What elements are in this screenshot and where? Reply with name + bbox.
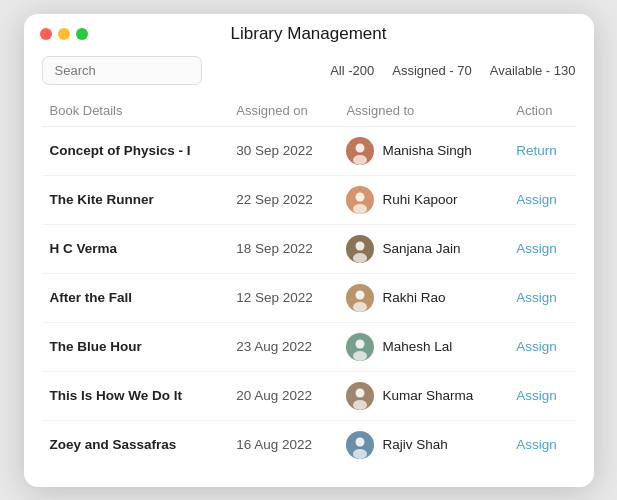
table-row: Zoey and Sassafras 16 Aug 2022 Rajiv Sha… (42, 420, 576, 469)
cell-assignee: Sanjana Jain (338, 224, 508, 273)
book-title-text: Concept of Physics - I (50, 143, 191, 158)
table-row: The Kite Runner 22 Sep 2022 Ruhi Kapoor … (42, 175, 576, 224)
svg-point-11 (353, 302, 367, 312)
titlebar: Library Management (24, 14, 594, 46)
col-book-details: Book Details (42, 93, 229, 127)
cell-book-title: Zoey and Sassafras (42, 420, 229, 469)
cell-book-title: This Is How We Do It (42, 371, 229, 420)
svg-point-1 (356, 143, 365, 152)
book-title-text: This Is How We Do It (50, 388, 183, 403)
avatar (346, 333, 374, 361)
books-table: Book Details Assigned on Assigned to Act… (42, 93, 576, 469)
book-title-text: H C Verma (50, 241, 118, 256)
stat-available: Available - 130 (490, 63, 576, 78)
cell-book-title: The Blue Hour (42, 322, 229, 371)
col-assigned-on: Assigned on (228, 93, 338, 127)
cell-book-title: After the Fall (42, 273, 229, 322)
cell-action[interactable]: Assign (508, 175, 575, 224)
cell-action[interactable]: Assign (508, 224, 575, 273)
book-title-text: The Kite Runner (50, 192, 154, 207)
action-button[interactable]: Assign (516, 339, 557, 354)
table-header-row: Book Details Assigned on Assigned to Act… (42, 93, 576, 127)
svg-point-20 (353, 449, 367, 459)
assignee-cell: Ruhi Kapoor (346, 186, 500, 214)
stats-bar: All -200 Assigned - 70 Available - 130 (330, 63, 575, 78)
cell-assignee: Rajiv Shah (338, 420, 508, 469)
cell-assignee: Kumar Sharma (338, 371, 508, 420)
cell-action[interactable]: Return (508, 126, 575, 175)
cell-date: 16 Aug 2022 (228, 420, 338, 469)
assignee-name: Sanjana Jain (382, 241, 460, 256)
assignee-cell: Manisha Singh (346, 137, 500, 165)
table-container: Book Details Assigned on Assigned to Act… (24, 93, 594, 469)
action-button[interactable]: Assign (516, 192, 557, 207)
cell-date: 18 Sep 2022 (228, 224, 338, 273)
book-title-text: Zoey and Sassafras (50, 437, 177, 452)
assignee-name: Manisha Singh (382, 143, 471, 158)
assignee-name: Rakhi Rao (382, 290, 445, 305)
avatar (346, 137, 374, 165)
svg-point-17 (353, 400, 367, 410)
assignee-name: Ruhi Kapoor (382, 192, 457, 207)
assignee-cell: Kumar Sharma (346, 382, 500, 410)
assignee-cell: Mahesh Lal (346, 333, 500, 361)
cell-assignee: Rakhi Rao (338, 273, 508, 322)
assignee-cell: Rakhi Rao (346, 284, 500, 312)
table-row: The Blue Hour 23 Aug 2022 Mahesh Lal Ass… (42, 322, 576, 371)
cell-action[interactable]: Assign (508, 371, 575, 420)
book-title-text: The Blue Hour (50, 339, 142, 354)
avatar (346, 284, 374, 312)
stat-assigned: Assigned - 70 (392, 63, 472, 78)
svg-point-10 (356, 290, 365, 299)
svg-point-14 (353, 351, 367, 361)
avatar (346, 235, 374, 263)
close-button[interactable] (40, 28, 52, 40)
table-row: H C Verma 18 Sep 2022 Sanjana Jain Assig… (42, 224, 576, 273)
action-button[interactable]: Assign (516, 290, 557, 305)
toolbar: All -200 Assigned - 70 Available - 130 (24, 46, 594, 93)
minimize-button[interactable] (58, 28, 70, 40)
svg-point-2 (353, 155, 367, 165)
assignee-name: Rajiv Shah (382, 437, 447, 452)
action-button[interactable]: Assign (516, 437, 557, 452)
cell-date: 12 Sep 2022 (228, 273, 338, 322)
cell-date: 20 Aug 2022 (228, 371, 338, 420)
stat-all: All -200 (330, 63, 374, 78)
table-row: After the Fall 12 Sep 2022 Rakhi Rao Ass… (42, 273, 576, 322)
action-button[interactable]: Return (516, 143, 557, 158)
cell-date: 22 Sep 2022 (228, 175, 338, 224)
cell-action[interactable]: Assign (508, 273, 575, 322)
svg-point-13 (356, 339, 365, 348)
cell-assignee: Mahesh Lal (338, 322, 508, 371)
cell-assignee: Ruhi Kapoor (338, 175, 508, 224)
main-window: Library Management All -200 Assigned - 7… (24, 14, 594, 487)
traffic-lights (40, 28, 88, 40)
table-row: Concept of Physics - I 30 Sep 2022 Manis… (42, 126, 576, 175)
col-action: Action (508, 93, 575, 127)
assignee-cell: Sanjana Jain (346, 235, 500, 263)
cell-action[interactable]: Assign (508, 322, 575, 371)
svg-point-7 (356, 241, 365, 250)
cell-date: 23 Aug 2022 (228, 322, 338, 371)
book-title-text: After the Fall (50, 290, 133, 305)
assignee-cell: Rajiv Shah (346, 431, 500, 459)
maximize-button[interactable] (76, 28, 88, 40)
search-input[interactable] (42, 56, 202, 85)
svg-point-8 (353, 253, 367, 263)
action-button[interactable]: Assign (516, 241, 557, 256)
svg-point-4 (356, 192, 365, 201)
cell-book-title: The Kite Runner (42, 175, 229, 224)
window-title: Library Management (231, 24, 387, 44)
action-button[interactable]: Assign (516, 388, 557, 403)
avatar (346, 382, 374, 410)
cell-action[interactable]: Assign (508, 420, 575, 469)
table-row: This Is How We Do It 20 Aug 2022 Kumar S… (42, 371, 576, 420)
cell-date: 30 Sep 2022 (228, 126, 338, 175)
avatar (346, 431, 374, 459)
svg-point-16 (356, 388, 365, 397)
cell-book-title: H C Verma (42, 224, 229, 273)
assignee-name: Kumar Sharma (382, 388, 473, 403)
cell-assignee: Manisha Singh (338, 126, 508, 175)
svg-point-19 (356, 437, 365, 446)
avatar (346, 186, 374, 214)
